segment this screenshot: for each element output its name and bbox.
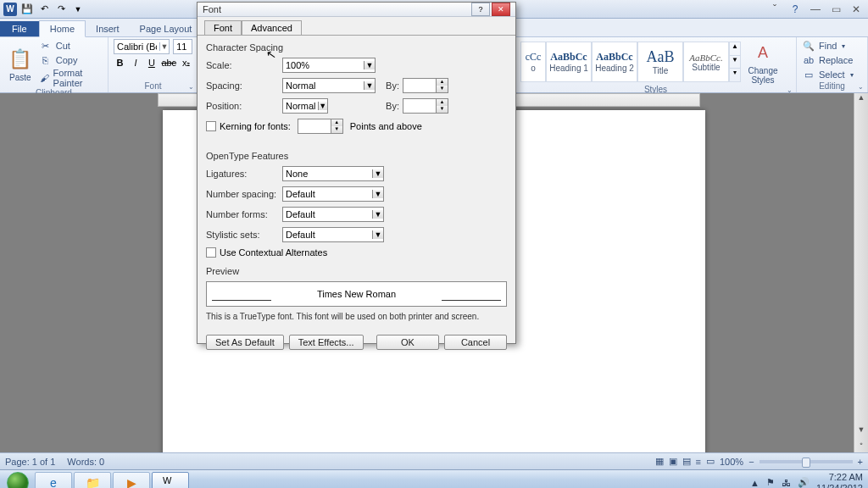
taskbar-ie-button[interactable]: e: [35, 472, 72, 489]
chevron-down-icon[interactable]: ▼: [364, 61, 375, 69]
taskbar-clock[interactable]: 7:22 AM 11/24/2012: [816, 472, 863, 488]
ligatures-label: Ligatures:: [206, 169, 279, 179]
style-item[interactable]: AaBbCc.Subtitle: [683, 42, 729, 82]
gallery-more-icon[interactable]: ▾: [730, 68, 740, 81]
spacing-by-spinner[interactable]: ▲▼: [403, 78, 448, 93]
scale-combo[interactable]: ▼: [282, 58, 376, 73]
view-full-screen-icon[interactable]: ▣: [669, 456, 677, 467]
format-painter-button[interactable]: 🖌Format Painter: [39, 68, 103, 88]
chevron-down-icon[interactable]: ▼: [372, 169, 383, 178]
word-count[interactable]: Words: 0: [67, 457, 104, 467]
spin-down-icon[interactable]: ▼: [331, 126, 342, 133]
select-button[interactable]: ▭Select▾: [802, 68, 862, 81]
zoom-slider[interactable]: [760, 460, 853, 463]
redo-icon[interactable]: ↷: [54, 3, 68, 16]
window-restore-icon[interactable]: ▭: [827, 3, 844, 15]
position-by-spinner[interactable]: ▲▼: [403, 98, 448, 114]
cancel-button[interactable]: Cancel: [444, 335, 507, 350]
find-button[interactable]: 🔍Find▾: [802, 39, 862, 53]
number-forms-combo[interactable]: ▼: [282, 207, 384, 222]
insert-tab[interactable]: Insert: [86, 21, 130, 36]
dialog-titlebar[interactable]: Font ? ✕: [198, 3, 515, 17]
object-browse-icon[interactable]: ◦: [854, 439, 868, 452]
ok-button[interactable]: OK: [376, 335, 439, 350]
gallery-down-icon[interactable]: ▼: [730, 55, 740, 69]
page-layout-tab[interactable]: Page Layout: [130, 21, 203, 36]
window-close-icon[interactable]: ✕: [848, 3, 865, 15]
tray-flag-icon[interactable]: ⚑: [766, 477, 775, 488]
styles-gallery[interactable]: cCco AaBbCcHeading 1 AaBbCcHeading 2 AaB…: [520, 42, 741, 82]
style-item[interactable]: AaBbCcHeading 1: [546, 42, 592, 82]
bold-button[interactable]: B: [114, 55, 126, 70]
file-tab[interactable]: File: [0, 21, 39, 36]
scroll-down-icon[interactable]: ▼: [854, 425, 868, 439]
set-as-default-button[interactable]: Set As Default: [206, 335, 284, 350]
view-print-layout-icon[interactable]: ▦: [655, 456, 664, 467]
chevron-down-icon[interactable]: ▼: [372, 230, 383, 239]
stylistic-sets-combo[interactable]: ▼: [282, 227, 384, 242]
scroll-up-icon[interactable]: ▲: [854, 93, 868, 107]
paste-button[interactable]: 📋 Paste: [5, 46, 36, 82]
window-minimize-icon[interactable]: —: [807, 3, 824, 15]
ligatures-combo[interactable]: ▼: [282, 166, 384, 181]
status-bar: Page: 1 of 1 Words: 0 ▦ ▣ ▤ ≡ ▭ 100% − +: [0, 452, 868, 469]
contextual-alternates-checkbox[interactable]: [206, 247, 216, 258]
copy-button[interactable]: ⎘Copy: [39, 53, 103, 67]
font-size-combo[interactable]: [173, 39, 192, 54]
view-outline-icon[interactable]: ≡: [696, 457, 701, 467]
position-combo[interactable]: ▼: [282, 98, 328, 114]
taskbar-media-button[interactable]: ▶: [113, 472, 150, 489]
replace-button[interactable]: abReplace: [802, 53, 862, 67]
help-icon[interactable]: ?: [787, 3, 804, 15]
zoom-out-button[interactable]: −: [748, 457, 754, 467]
style-item[interactable]: AaBTitle: [637, 42, 683, 82]
kerning-spinner[interactable]: ▲▼: [298, 119, 343, 134]
taskbar-explorer-button[interactable]: 📁: [74, 472, 111, 489]
spin-up-icon[interactable]: ▲: [331, 119, 342, 126]
home-tab[interactable]: Home: [39, 20, 86, 37]
tray-overflow-icon[interactable]: ▲: [750, 478, 760, 488]
number-spacing-combo[interactable]: ▼: [282, 186, 384, 202]
style-item[interactable]: AaBbCcHeading 2: [592, 42, 637, 82]
page-indicator[interactable]: Page: 1 of 1: [5, 457, 55, 467]
font-name-combo[interactable]: ▼: [114, 39, 170, 54]
replace-icon: ab: [802, 53, 815, 67]
kerning-checkbox[interactable]: [206, 121, 216, 131]
vertical-scrollbar[interactable]: ▲ ▼ ◦: [854, 93, 868, 452]
chevron-down-icon[interactable]: ▼: [159, 42, 169, 51]
tab-advanced[interactable]: Advanced: [242, 20, 302, 35]
undo-icon[interactable]: ↶: [37, 3, 51, 16]
strikethrough-button[interactable]: abc: [161, 55, 176, 70]
spin-down-icon[interactable]: ▼: [437, 106, 448, 113]
chevron-down-icon[interactable]: ▼: [364, 81, 375, 90]
chevron-down-icon[interactable]: ▼: [372, 210, 383, 219]
gallery-up-icon[interactable]: ▲: [730, 42, 740, 55]
subscript-button[interactable]: x₂: [180, 55, 192, 70]
change-styles-button[interactable]: A Change Styles: [744, 39, 782, 85]
spin-down-icon[interactable]: ▼: [437, 86, 448, 92]
start-button[interactable]: [2, 470, 34, 489]
underline-button[interactable]: U: [146, 55, 159, 70]
dialog-close-icon[interactable]: ✕: [492, 3, 510, 16]
zoom-in-button[interactable]: +: [858, 457, 863, 467]
minimize-ribbon-icon[interactable]: ˇ: [766, 3, 783, 15]
tray-network-icon[interactable]: 🖧: [782, 478, 791, 488]
style-item[interactable]: cCco: [520, 42, 546, 82]
taskbar-word-button[interactable]: W: [152, 472, 189, 489]
view-draft-icon[interactable]: ▭: [706, 456, 715, 467]
view-web-icon[interactable]: ▤: [682, 456, 691, 467]
save-icon[interactable]: 💾: [20, 3, 34, 16]
italic-button[interactable]: I: [130, 55, 142, 70]
chevron-down-icon[interactable]: ▼: [318, 102, 328, 110]
dialog-help-icon[interactable]: ?: [471, 3, 490, 16]
spin-up-icon[interactable]: ▲: [437, 79, 448, 86]
cut-button[interactable]: ✂Cut: [39, 39, 103, 53]
spacing-combo[interactable]: ▼: [282, 78, 376, 93]
chevron-down-icon[interactable]: ▼: [372, 190, 383, 198]
zoom-level[interactable]: 100%: [720, 457, 743, 467]
qat-dropdown-icon[interactable]: ▼: [71, 3, 85, 16]
spin-up-icon[interactable]: ▲: [437, 99, 448, 106]
tray-volume-icon[interactable]: 🔊: [798, 477, 810, 488]
text-effects-button[interactable]: Text Effects...: [289, 335, 364, 350]
tab-font[interactable]: Font: [204, 20, 242, 35]
